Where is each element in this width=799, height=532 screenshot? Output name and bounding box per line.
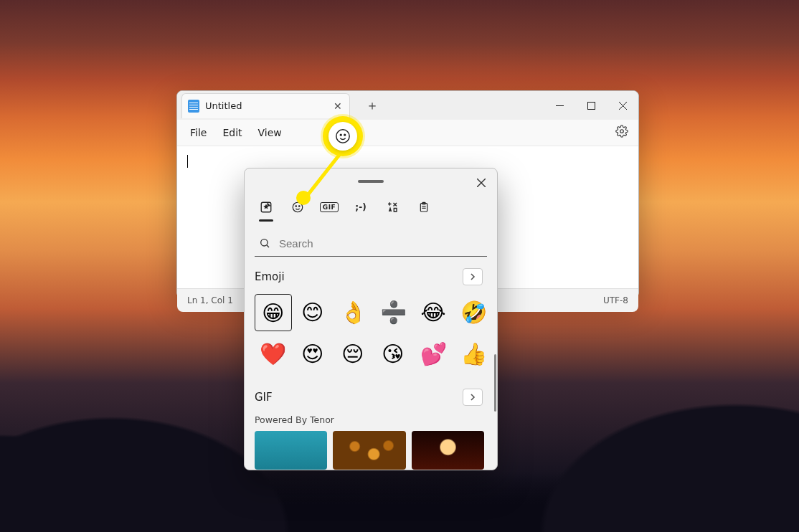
svg-point-6 [340, 134, 341, 136]
emoji-cell[interactable]: 😘 [375, 336, 411, 371]
status-cursor-pos: Ln 1, Col 1 [187, 295, 233, 305]
emoji-grid: 😁😊👌➗😂🤣❤️😍😔😘💕👍 [255, 294, 494, 371]
panel-header [245, 168, 497, 194]
gif-tile[interactable] [412, 431, 484, 470]
drag-handle[interactable] [358, 180, 384, 183]
gif-expand-button[interactable] [463, 389, 483, 406]
tab-close-icon[interactable]: ✕ [334, 100, 342, 112]
svg-point-19 [261, 239, 268, 246]
emoji-panel: GIF ;-) Emoji 😁😊👌➗😂🤣❤️😍😔😘💕👍 GIF Powe [244, 168, 498, 470]
menubar: File Edit View [177, 120, 638, 146]
menu-file[interactable]: File [184, 124, 212, 141]
emoji-cell[interactable]: ➗ [375, 294, 411, 330]
chevron-right-icon [470, 394, 476, 401]
emoji-cell[interactable]: 😍 [295, 336, 331, 371]
chevron-right-icon [470, 273, 476, 280]
callout-highlight [323, 116, 363, 156]
svg-point-5 [336, 130, 349, 143]
emoji-cell[interactable]: 👍 [455, 336, 491, 371]
scrollbar-thumb[interactable] [494, 354, 496, 412]
smiley-icon [335, 128, 351, 144]
emoji-cell[interactable]: 😔 [335, 336, 371, 371]
text-cursor [187, 155, 188, 168]
titlebar: Untitled ✕ ＋ [177, 91, 638, 120]
emoji-cell[interactable]: ❤️ [255, 336, 290, 371]
svg-point-4 [620, 130, 624, 133]
emoji-cell[interactable]: 😂 [415, 294, 451, 330]
menu-edit[interactable]: Edit [217, 124, 247, 141]
search-icon [259, 237, 270, 249]
emoji-cell[interactable]: 💕 [415, 336, 451, 371]
gif-section-title: GIF [255, 391, 273, 404]
category-symbols[interactable] [384, 197, 401, 217]
gif-tile[interactable] [255, 431, 327, 470]
close-button[interactable] [607, 91, 638, 120]
category-tabs: GIF ;-) [245, 194, 497, 224]
panel-close-button[interactable] [473, 174, 490, 191]
emoji-search[interactable] [255, 230, 487, 257]
svg-line-20 [267, 245, 269, 247]
maximize-button[interactable] [575, 91, 607, 120]
emoji-cell[interactable]: 🤣 [455, 294, 491, 330]
new-tab-button[interactable]: ＋ [360, 94, 384, 117]
gif-icon: GIF [320, 202, 339, 212]
notepad-tab[interactable]: Untitled ✕ [181, 93, 350, 118]
tab-title: Untitled [205, 100, 328, 111]
svg-rect-1 [587, 102, 595, 109]
svg-point-14 [299, 206, 301, 207]
emoji-section-title: Emoji [255, 270, 285, 283]
gif-thumbnails [255, 431, 494, 470]
emoji-cell[interactable]: 👌 [335, 294, 371, 330]
category-stickers[interactable] [257, 197, 275, 217]
svg-line-8 [308, 155, 339, 195]
callout-connector [303, 152, 345, 201]
status-encoding: UTF-8 [603, 295, 628, 305]
gif-tile[interactable] [333, 431, 405, 470]
emoji-cell[interactable]: 😁 [255, 294, 292, 331]
category-kaomoji[interactable]: ;-) [352, 197, 369, 217]
emoji-expand-button[interactable] [463, 268, 483, 285]
notepad-icon [188, 100, 199, 113]
svg-point-13 [296, 206, 297, 207]
emoji-scroll-area[interactable]: Emoji 😁😊👌➗😂🤣❤️😍😔😘💕👍 GIF Powered By Tenor [245, 268, 497, 470]
svg-point-7 [344, 134, 346, 136]
category-clipboard[interactable] [415, 197, 432, 217]
menu-view[interactable]: View [252, 124, 288, 141]
emoji-cell[interactable]: 😊 [295, 294, 331, 330]
callout-connector-dot [296, 191, 311, 205]
emoji-search-input[interactable] [278, 237, 483, 250]
minimize-button[interactable] [544, 91, 575, 120]
settings-button[interactable] [613, 122, 631, 143]
gif-attribution: Powered By Tenor [255, 414, 494, 425]
